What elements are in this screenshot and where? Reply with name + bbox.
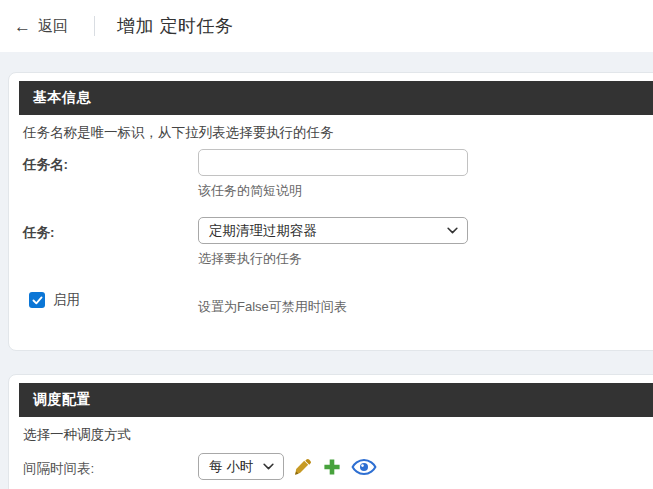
task-label: 任务: — [23, 225, 55, 240]
topbar: ← 返回 增加 定时任务 — [0, 0, 653, 52]
chevron-down-icon — [263, 463, 274, 470]
basic-intro-text: 任务名称是唯一标识，从下拉列表选择要执行的任务 — [23, 124, 653, 142]
panel-basic-info: 基本信息 任务名称是唯一标识，从下拉列表选择要执行的任务 任务名: 该任务的简短… — [8, 72, 653, 351]
pencil-icon[interactable] — [293, 457, 313, 477]
chevron-down-icon — [447, 227, 458, 234]
form-row-enabled: 启用 设置为False可禁用时间表 — [9, 291, 653, 316]
enabled-label: 启用 — [53, 291, 80, 309]
task-name-label: 任务名: — [23, 157, 68, 172]
interval-select-value: 每 小时 — [209, 458, 253, 476]
back-arrow-icon: ← — [14, 18, 31, 35]
back-link[interactable]: ← 返回 — [14, 17, 68, 36]
panel-schedule-config: 调度配置 选择一种调度方式 间隔时间表: 每 小时 — [8, 374, 653, 489]
form-row-task-name: 任务名: 该任务的简短说明 — [9, 149, 653, 200]
task-select[interactable]: 定期清理过期容器 — [198, 217, 468, 244]
back-label: 返回 — [38, 17, 68, 36]
interval-label: 间隔时间表: — [23, 461, 94, 476]
task-name-help: 该任务的简短说明 — [198, 182, 468, 200]
plus-icon[interactable] — [322, 457, 342, 477]
form-row-task: 任务: 定期清理过期容器 选择要执行的任务 — [9, 217, 653, 268]
add-periodic-task-page: ← 返回 增加 定时任务 基本信息 任务名称是唯一标识，从下拉列表选择要执行的任… — [0, 0, 653, 489]
enabled-checkbox[interactable] — [29, 292, 45, 308]
form-row-interval: 间隔时间表: 每 小时 — [9, 453, 653, 489]
schedule-intro-text: 选择一种调度方式 — [23, 426, 653, 444]
section-header-schedule: 调度配置 — [19, 383, 653, 417]
task-help: 选择要执行的任务 — [198, 250, 468, 268]
topbar-divider — [94, 16, 95, 36]
task-name-input[interactable] — [198, 149, 468, 176]
section-header-basic: 基本信息 — [19, 81, 653, 115]
task-select-value: 定期清理过期容器 — [209, 222, 317, 240]
content-area: 基本信息 任务名称是唯一标识，从下拉列表选择要执行的任务 任务名: 该任务的简短… — [0, 52, 653, 489]
eye-icon[interactable] — [351, 458, 377, 476]
enabled-help: 设置为False可禁用时间表 — [198, 291, 347, 316]
interval-select[interactable]: 每 小时 — [198, 453, 284, 480]
page-title: 增加 定时任务 — [117, 14, 234, 38]
